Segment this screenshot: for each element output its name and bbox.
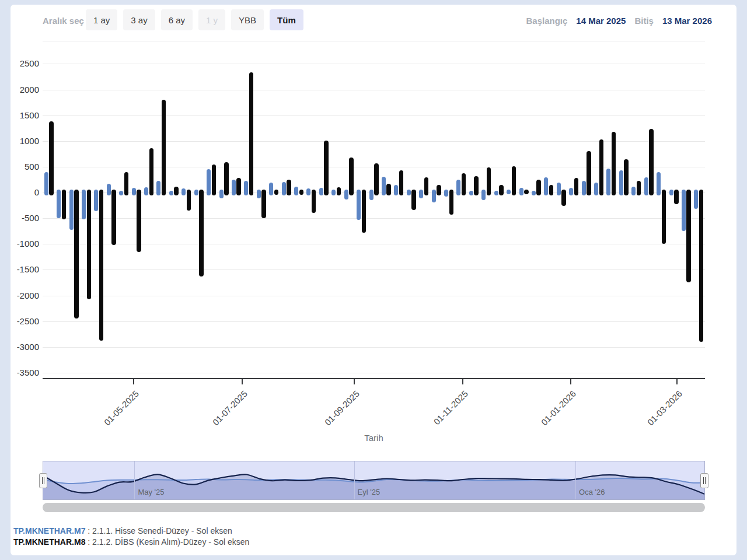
- range-button-ybb[interactable]: YBB: [231, 9, 264, 30]
- bar-tp-mknethar-m7-23-05-2025[interactable]: [169, 191, 173, 195]
- bar-tp-mknethar-m7-08-08-2025[interactable]: [306, 188, 310, 195]
- bar-tp-mknethar-m8-20-02-2026[interactable]: [662, 190, 666, 244]
- bar-tp-mknethar-m8-12-12-2025[interactable]: [536, 180, 541, 195]
- bar-tp-mknethar-m7-07-11-2025[interactable]: [469, 191, 473, 195]
- bar-tp-mknethar-m7-01-08-2025[interactable]: [294, 187, 298, 195]
- bar-tp-mknethar-m7-30-01-2026[interactable]: [619, 170, 623, 195]
- bar-tp-mknethar-m7-22-08-2025[interactable]: [331, 190, 336, 195]
- bar-tp-mknethar-m8-13-03-2026[interactable]: [699, 190, 704, 342]
- bar-tp-mknethar-m8-09-01-2026[interactable]: [587, 151, 591, 195]
- bar-tp-mknethar-m7-21-11-2025[interactable]: [494, 191, 498, 196]
- bar-tp-mknethar-m7-14-11-2025[interactable]: [481, 190, 486, 200]
- bar-tp-mknethar-m8-29-08-2025[interactable]: [349, 158, 354, 195]
- bar-tp-mknethar-m8-30-01-2026[interactable]: [624, 159, 629, 195]
- bar-tp-mknethar-m7-14-03-2025[interactable]: [44, 172, 48, 195]
- bar-tp-mknethar-m8-25-07-2025[interactable]: [287, 180, 291, 195]
- start-date-value[interactable]: 14 Mar 2025: [576, 16, 626, 26]
- bar-tp-mknethar-m8-06-06-2025[interactable]: [199, 190, 204, 276]
- bar-tp-mknethar-m8-18-04-2025[interactable]: [111, 190, 116, 245]
- bar-tp-mknethar-m7-19-12-2025[interactable]: [544, 177, 548, 196]
- bar-tp-mknethar-m7-26-12-2025[interactable]: [557, 183, 561, 195]
- bar-tp-mknethar-m8-21-11-2025[interactable]: [499, 185, 504, 195]
- bar-tp-mknethar-m8-26-12-2025[interactable]: [561, 190, 566, 206]
- bar-tp-mknethar-m8-13-06-2025[interactable]: [212, 164, 217, 196]
- bar-tp-mknethar-m7-02-01-2026[interactable]: [569, 188, 573, 195]
- bar-tp-mknethar-m8-25-04-2025[interactable]: [124, 172, 129, 195]
- range-button-1-ay[interactable]: 1 ay: [86, 9, 117, 30]
- bar-tp-mknethar-m8-21-03-2025[interactable]: [62, 190, 67, 219]
- bar-tp-mknethar-m7-24-10-2025[interactable]: [444, 190, 448, 197]
- bar-tp-mknethar-m8-23-01-2026[interactable]: [612, 132, 616, 195]
- bar-tp-mknethar-m7-04-04-2025[interactable]: [82, 190, 86, 219]
- bar-tp-mknethar-m7-18-04-2025[interactable]: [107, 184, 111, 195]
- range-button-3-ay[interactable]: 3 ay: [123, 9, 155, 30]
- bar-tp-mknethar-m7-13-03-2026[interactable]: [694, 190, 698, 209]
- bar-tp-mknethar-m7-10-10-2025[interactable]: [419, 190, 423, 198]
- bar-tp-mknethar-m8-02-01-2026[interactable]: [574, 178, 579, 195]
- bar-tp-mknethar-m8-23-05-2025[interactable]: [174, 187, 179, 195]
- navigator-left-handle[interactable]: [39, 473, 47, 488]
- bar-tp-mknethar-m7-05-09-2025[interactable]: [357, 190, 361, 220]
- bar-tp-mknethar-m7-06-02-2026[interactable]: [631, 187, 636, 195]
- range-button-1-y[interactable]: 1 y: [198, 9, 225, 30]
- bar-tp-mknethar-m8-06-02-2026[interactable]: [637, 181, 641, 195]
- bar-tp-mknethar-m8-14-11-2025[interactable]: [487, 167, 491, 195]
- bar-tp-mknethar-m8-05-09-2025[interactable]: [362, 190, 366, 233]
- bar-tp-mknethar-m8-27-06-2025[interactable]: [236, 178, 241, 195]
- bar-tp-mknethar-m8-04-04-2025[interactable]: [87, 190, 92, 299]
- bar-tp-mknethar-m7-19-09-2025[interactable]: [382, 177, 386, 195]
- bar-tp-mknethar-m7-16-05-2025[interactable]: [156, 181, 160, 195]
- bar-tp-mknethar-m7-11-07-2025[interactable]: [257, 190, 261, 198]
- bar-tp-mknethar-m8-24-10-2025[interactable]: [449, 190, 454, 215]
- bar-tp-mknethar-m7-13-02-2026[interactable]: [644, 177, 648, 196]
- navigator-scrollbar[interactable]: [43, 503, 705, 512]
- bar-tp-mknethar-m7-20-06-2025[interactable]: [219, 190, 224, 198]
- bar-tp-mknethar-m8-06-03-2026[interactable]: [686, 190, 691, 282]
- bar-tp-mknethar-m7-31-10-2025[interactable]: [456, 180, 460, 195]
- bar-tp-mknethar-m8-14-03-2025[interactable]: [49, 121, 54, 195]
- bar-tp-mknethar-m8-07-11-2025[interactable]: [474, 176, 479, 195]
- bar-tp-mknethar-m8-26-09-2025[interactable]: [399, 170, 404, 195]
- bar-tp-mknethar-m7-20-02-2026[interactable]: [657, 172, 661, 195]
- bar-tp-mknethar-m8-03-10-2025[interactable]: [411, 190, 416, 210]
- bar-tp-mknethar-m7-29-08-2025[interactable]: [344, 190, 348, 200]
- bar-tp-mknethar-m8-01-08-2025[interactable]: [299, 190, 304, 195]
- bar-tp-mknethar-m8-28-03-2025[interactable]: [74, 190, 79, 318]
- bar-tp-mknethar-m8-27-02-2026[interactable]: [674, 190, 679, 204]
- bar-tp-mknethar-m7-04-07-2025[interactable]: [244, 181, 248, 195]
- bar-tp-mknethar-m8-18-07-2025[interactable]: [274, 190, 279, 195]
- bar-tp-mknethar-m8-16-01-2026[interactable]: [599, 139, 604, 195]
- bar-tp-mknethar-m7-28-03-2025[interactable]: [69, 190, 74, 230]
- bar-tp-mknethar-m8-15-08-2025[interactable]: [324, 141, 329, 195]
- bar-tp-mknethar-m8-30-05-2025[interactable]: [187, 190, 191, 211]
- end-date-value[interactable]: 13 Mar 2026: [662, 16, 712, 26]
- bar-tp-mknethar-m8-12-09-2025[interactable]: [374, 163, 379, 195]
- bar-tp-mknethar-m8-09-05-2025[interactable]: [149, 148, 154, 195]
- bar-tp-mknethar-m7-03-10-2025[interactable]: [407, 190, 411, 195]
- bar-tp-mknethar-m8-22-08-2025[interactable]: [337, 187, 341, 195]
- bar-tp-mknethar-m7-09-01-2026[interactable]: [582, 181, 586, 195]
- bar-tp-mknethar-m8-19-09-2025[interactable]: [386, 184, 391, 195]
- bar-tp-mknethar-m8-02-05-2025[interactable]: [137, 190, 141, 252]
- bar-tp-mknethar-m7-11-04-2025[interactable]: [94, 190, 98, 211]
- bar-tp-mknethar-m8-16-05-2025[interactable]: [162, 100, 166, 195]
- navigator-right-handle[interactable]: [700, 473, 708, 488]
- bar-tp-mknethar-m8-19-12-2025[interactable]: [549, 185, 554, 195]
- bar-tp-mknethar-m7-25-04-2025[interactable]: [119, 191, 123, 195]
- bar-tp-mknethar-m8-04-07-2025[interactable]: [249, 72, 254, 195]
- bar-tp-mknethar-m7-12-12-2025[interactable]: [532, 191, 536, 196]
- bar-tp-mknethar-m7-16-01-2026[interactable]: [594, 183, 598, 195]
- bar-tp-mknethar-m7-23-01-2026[interactable]: [606, 169, 610, 196]
- bar-tp-mknethar-m8-11-04-2025[interactable]: [99, 190, 104, 341]
- bar-tp-mknethar-m8-28-11-2025[interactable]: [512, 166, 516, 195]
- bar-tp-mknethar-m7-21-03-2025[interactable]: [57, 190, 61, 218]
- bar-tp-mknethar-m7-25-07-2025[interactable]: [282, 182, 286, 196]
- bar-tp-mknethar-m7-15-08-2025[interactable]: [319, 188, 323, 195]
- bar-tp-mknethar-m8-05-12-2025[interactable]: [524, 190, 529, 194]
- bar-tp-mknethar-m7-06-03-2026[interactable]: [682, 190, 686, 231]
- range-button-6-ay[interactable]: 6 ay: [161, 9, 193, 30]
- bar-tp-mknethar-m7-17-10-2025[interactable]: [432, 190, 436, 202]
- bar-tp-mknethar-m7-13-06-2025[interactable]: [207, 169, 211, 195]
- bar-tp-mknethar-m8-08-08-2025[interactable]: [312, 190, 316, 213]
- bar-tp-mknethar-m7-02-05-2025[interactable]: [132, 188, 136, 195]
